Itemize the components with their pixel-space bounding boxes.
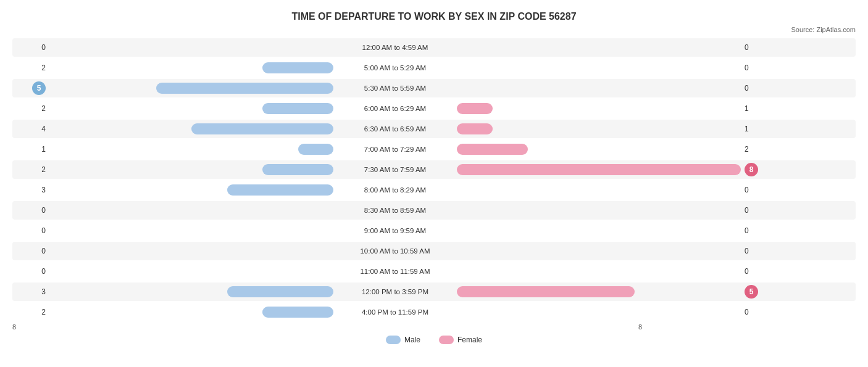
female-bar-area [457,83,741,94]
male-value: 1 [41,145,46,154]
male-bar-area [49,123,333,134]
left-value: 0 [12,247,49,255]
male-bar-area [49,286,333,297]
male-bar-area [49,266,333,277]
male-value: 0 [41,206,46,215]
female-bar-area [457,205,741,216]
female-swatch [439,336,454,344]
chart-row: 2 7:30 AM to 7:59 AM 8 [12,160,856,179]
chart-row: 4 6:30 AM to 6:59 AM 1 [12,120,856,138]
source-label: Source: ZipAtlas.com [12,26,856,33]
female-bar-area [457,245,741,257]
time-label: 8:30 AM to 8:59 AM [333,207,457,214]
female-value: 0 [745,64,749,72]
chart-title: TIME OF DEPARTURE TO WORK BY SEX IN ZIP … [12,6,856,22]
right-value: 1 [741,125,766,133]
female-value: 0 [745,84,749,93]
axis-right-max: 8 [638,323,642,331]
female-value: 0 [745,43,749,52]
male-bar [227,286,334,297]
female-bar-area [457,164,741,175]
female-bar-area [457,123,741,134]
male-value: 2 [41,165,46,174]
female-bar-area [457,62,741,73]
male-bar [262,62,333,73]
legend: Male Female [12,336,856,344]
chart-row: 5 5:30 AM to 5:59 AM 0 [12,79,856,97]
female-value: 0 [745,226,749,235]
male-bar-area [49,225,333,236]
male-value: 4 [41,125,46,133]
chart-row: 0 10:00 AM to 10:59 AM 0 [12,242,856,260]
time-label: 10:00 AM to 10:59 AM [333,247,457,255]
male-bar [156,83,334,94]
left-value: 4 [12,125,49,133]
chart-row: 0 11:00 AM to 11:59 AM 0 [12,262,856,281]
time-label: 6:00 AM to 6:29 AM [333,105,457,112]
left-value: 0 [12,43,49,52]
female-label: Female [457,336,482,344]
right-value: 0 [741,64,766,72]
female-bar-area [457,307,741,318]
left-value: 2 [12,165,49,174]
male-bar [298,144,334,155]
female-bar [457,123,493,134]
chart-row: 0 12:00 AM to 4:59 AM 0 [12,38,856,57]
female-value: 2 [745,145,749,154]
chart-area: 0 12:00 AM to 4:59 AM 0 2 5:00 AM to 5:2… [12,38,856,321]
right-value: 5 [741,285,766,299]
male-bar-area [49,205,333,216]
chart-row: 2 5:00 AM to 5:29 AM 0 [12,59,856,77]
chart-row: 3 8:00 AM to 8:29 AM 0 [12,181,856,199]
male-value: 0 [41,267,46,276]
left-value: 5 [12,81,49,95]
left-value: 3 [12,287,49,296]
male-value: 0 [41,226,46,235]
right-value: 0 [741,267,766,276]
time-label: 7:00 AM to 7:29 AM [333,146,457,153]
male-swatch [386,336,401,344]
male-value: 0 [41,43,46,52]
male-value-highlight: 5 [32,81,46,95]
chart-row: 3 12:00 PM to 3:59 PM 5 [12,282,856,301]
male-bar-area [49,144,333,155]
right-value: 0 [741,206,766,215]
right-value: 0 [741,186,766,194]
chart-row: 2 4:00 PM to 11:59 PM 0 [12,303,856,321]
female-value: 1 [745,125,749,133]
male-value: 3 [41,287,46,296]
axis-left-max: 8 [12,323,16,331]
left-value: 3 [12,186,49,194]
time-label: 5:30 AM to 5:59 AM [333,85,457,92]
female-bar [457,144,528,155]
female-bar-area [457,144,741,155]
female-bar-area [457,286,741,297]
female-value: 0 [745,186,749,194]
left-value: 0 [12,226,49,235]
female-value: 1 [745,104,749,113]
time-label: 9:00 AM to 9:59 AM [333,227,457,234]
female-bar-area [457,266,741,277]
left-value: 0 [12,206,49,215]
female-bar [457,164,741,175]
right-value: 1 [741,104,766,113]
male-value: 2 [41,308,46,316]
right-value: 0 [741,308,766,316]
female-value: 0 [745,267,749,276]
male-bar-area [49,103,333,114]
male-bar-area [49,42,333,53]
male-bar [262,307,333,318]
male-bar-area [49,164,333,175]
male-bar-area [49,245,333,257]
right-value: 8 [741,163,766,176]
female-bar [457,103,493,114]
left-value: 0 [12,267,49,276]
female-value: 0 [745,206,749,215]
male-bar-area [49,307,333,318]
time-label: 11:00 AM to 11:59 AM [333,268,457,275]
male-value: 0 [41,247,46,255]
female-bar-area [457,225,741,236]
male-bar [191,123,333,134]
time-label: 4:00 PM to 11:59 PM [333,308,457,316]
female-bar [457,286,635,297]
